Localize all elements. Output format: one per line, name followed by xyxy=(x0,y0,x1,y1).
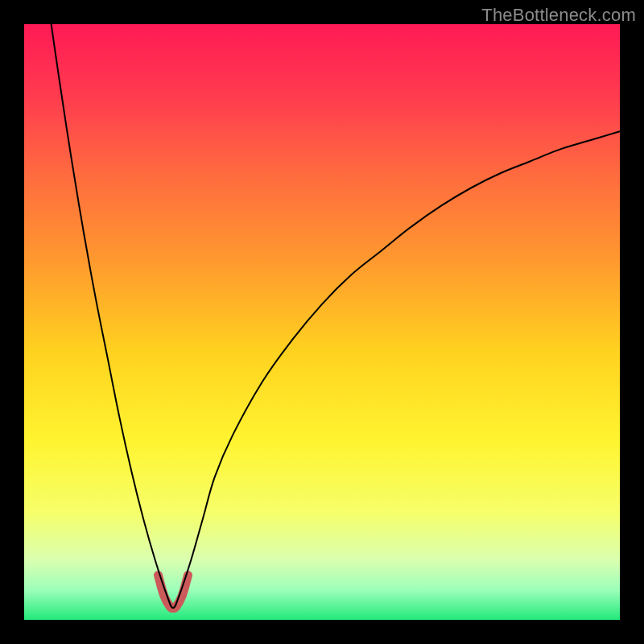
plot-container xyxy=(24,24,620,620)
watermark-text: TheBottleneck.com xyxy=(481,5,636,26)
gradient-background xyxy=(24,24,620,620)
bottleneck-chart xyxy=(24,24,620,620)
app-frame: TheBottleneck.com xyxy=(0,0,644,644)
